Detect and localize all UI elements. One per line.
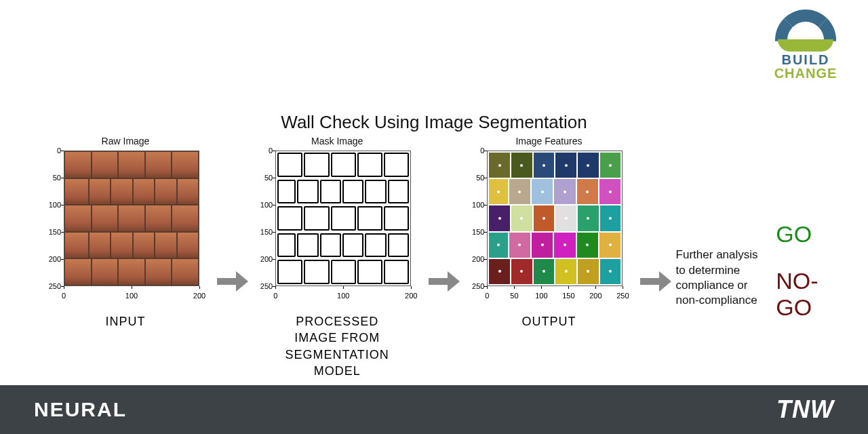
feature-cell	[489, 153, 510, 178]
x-tick: 250	[616, 292, 629, 300]
build-change-logo: BUILD CHANGE	[765, 9, 846, 80]
x-tick: 50	[510, 292, 518, 300]
x-tick: 0	[485, 292, 489, 300]
logo-text-change: CHANGE	[765, 66, 846, 80]
y-tick: 100	[252, 201, 273, 209]
feature-cell	[489, 259, 510, 284]
feature-cell	[532, 179, 553, 204]
panel-raw-label: INPUT	[106, 313, 146, 330]
feature-cell	[578, 153, 599, 178]
logo-graphic	[775, 9, 836, 49]
diagram-title: Wall Check Using Image Segmentation	[0, 112, 868, 133]
x-tick: 100	[337, 292, 349, 300]
feature-cell	[534, 259, 555, 284]
y-tick: 0	[252, 146, 273, 155]
decision-block: GO NO-GO	[776, 221, 848, 321]
panel-mask-title: Mask Image	[311, 136, 363, 146]
y-tick: 0	[464, 146, 484, 155]
mask-image	[275, 151, 411, 286]
raw-axes: 0501001502002500100200	[41, 148, 210, 304]
feature-cell	[577, 233, 598, 258]
feature-cell	[555, 205, 576, 231]
feature-cell	[578, 205, 599, 231]
feature-cell	[600, 259, 621, 284]
feature-cell	[489, 233, 507, 258]
x-tick: 100	[125, 292, 138, 300]
panel-raw: Raw Image 0501001502002500100200 INPUT	[41, 136, 210, 330]
y-tick: 0	[41, 146, 61, 155]
y-tick: 200	[41, 255, 61, 263]
panel-mask: Mask Image 0501001502002500100200 PROCES…	[252, 136, 422, 379]
feature-cell	[511, 259, 532, 284]
feature-cell	[509, 233, 530, 258]
panel-features: Image Features 0501001502002500501001502…	[464, 136, 633, 330]
footer-right: TNW	[776, 395, 834, 424]
y-tick: 250	[464, 282, 484, 290]
x-tick: 200	[193, 292, 205, 300]
x-tick: 100	[535, 292, 547, 300]
footer-bar: NEURAL TNW	[0, 385, 868, 434]
feature-cell	[534, 205, 555, 231]
x-tick: 200	[589, 292, 601, 300]
x-tick: 150	[562, 292, 574, 300]
feat-axes: 050100150200250050100150200250	[464, 148, 633, 304]
arrow-3	[640, 271, 669, 292]
y-tick: 150	[464, 228, 484, 236]
y-tick: 200	[252, 255, 273, 263]
feat-image	[487, 151, 623, 286]
y-tick: 50	[464, 174, 484, 182]
feature-cell	[509, 179, 530, 204]
mask-axes: 0501001502002500100200	[252, 148, 422, 304]
y-tick: 100	[464, 201, 484, 209]
feature-cell	[534, 153, 555, 178]
feature-cell	[554, 233, 575, 258]
feature-cell	[532, 233, 553, 258]
raw-image	[64, 151, 199, 286]
nogo-label: NO-GO	[776, 268, 848, 321]
feature-cell	[511, 205, 532, 231]
y-tick: 50	[252, 174, 273, 182]
y-tick: 100	[41, 201, 61, 209]
x-tick: 0	[273, 292, 277, 300]
feature-cell	[578, 259, 599, 284]
y-tick: 50	[41, 174, 61, 182]
analysis-text: Further analysis to determine compliance…	[676, 248, 770, 307]
feature-cell	[577, 179, 598, 204]
feature-cell	[511, 153, 532, 178]
logo-text-build: BUILD	[765, 53, 846, 66]
arrow-1	[217, 271, 245, 292]
y-tick: 200	[464, 255, 484, 263]
feature-cell	[600, 205, 621, 231]
y-tick: 150	[41, 228, 61, 236]
x-tick: 0	[62, 292, 66, 300]
feature-cell	[555, 259, 576, 284]
feature-cell	[599, 179, 620, 204]
feature-cell	[599, 233, 620, 258]
panel-features-title: Image Features	[515, 136, 582, 146]
panel-features-label: OUTPUT	[521, 313, 576, 330]
arrow-2	[429, 271, 457, 292]
x-tick: 200	[405, 292, 417, 300]
feature-cell	[555, 153, 576, 178]
pipeline-row: Raw Image 0501001502002500100200 INPUT M…	[41, 136, 848, 379]
feature-cell	[554, 179, 575, 204]
go-label: GO	[776, 221, 848, 248]
y-tick: 250	[252, 282, 273, 290]
footer-left: NEURAL	[34, 398, 127, 421]
y-tick: 150	[252, 228, 273, 236]
feature-cell	[489, 179, 507, 204]
feature-cell	[600, 153, 621, 178]
panel-mask-label: PROCESSED IMAGE FROM SEGMENTATION MODEL	[285, 313, 389, 379]
panel-raw-title: Raw Image	[102, 136, 150, 146]
feature-cell	[489, 205, 510, 231]
y-tick: 250	[41, 282, 61, 290]
